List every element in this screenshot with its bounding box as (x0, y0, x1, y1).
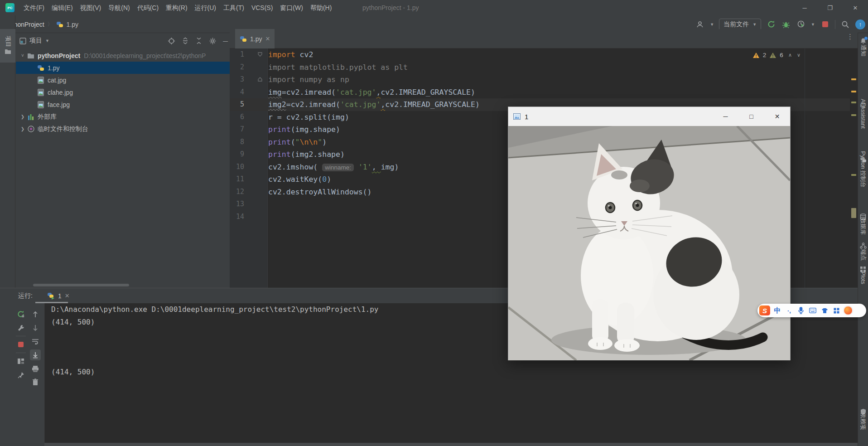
tree-chevron-icon[interactable]: ❯ (19, 114, 27, 119)
tree-row-face.jpg[interactable]: face.jpg (16, 98, 230, 111)
menu-item-4[interactable]: 代码(C) (134, 0, 162, 15)
tree-row-外部库[interactable]: ❯外部库 (16, 111, 230, 123)
down-stack-trace-icon[interactable] (30, 322, 41, 333)
scrollbar-thumb[interactable] (851, 208, 856, 218)
menu-item-2[interactable]: 视图(V) (77, 0, 105, 15)
user-account-icon[interactable] (695, 19, 705, 29)
minimize-button[interactable]: ─ (792, 0, 817, 15)
stop-button[interactable] (15, 339, 26, 350)
menu-item-10[interactable]: 帮助(H) (307, 0, 335, 15)
editor-tab-1py[interactable]: 1.py ✕ (235, 29, 275, 48)
code-line-3[interactable]: 3import numpy as np (230, 73, 850, 86)
pin-tab-icon[interactable] (15, 369, 26, 380)
edit-config-wrench-icon[interactable] (15, 322, 26, 333)
sogou-mode-chinese[interactable]: 中 (773, 305, 782, 315)
project-header-title[interactable]: 项目 (29, 37, 42, 45)
tab-close-icon[interactable]: ✕ (265, 35, 270, 42)
print-icon[interactable] (30, 363, 41, 374)
stripe-mark-warning[interactable] (851, 78, 856, 80)
menu-item-1[interactable]: 编辑(E) (48, 0, 77, 15)
sogou-mic-icon[interactable] (796, 305, 805, 315)
project-header-dropdown-icon[interactable]: ▼ (45, 39, 49, 43)
stop-button[interactable] (820, 19, 830, 29)
opencv-minimize-button[interactable]: ─ (713, 107, 738, 126)
stripe-endpoints-label: 端点 (859, 249, 867, 261)
expand-all-button[interactable] (182, 37, 189, 44)
opencv-close-button[interactable]: ✕ (764, 107, 790, 126)
prev-problem-icon[interactable]: ∧ (788, 52, 792, 58)
restore-layout-icon[interactable] (15, 356, 26, 367)
line-number: 13 (230, 198, 244, 211)
menu-item-3[interactable]: 导航(N) (105, 0, 133, 15)
stripe-mark-warning[interactable] (851, 91, 856, 92)
opencv-maximize-button[interactable]: □ (738, 107, 764, 126)
sogou-wardrobe-icon[interactable] (820, 305, 829, 315)
sogou-toolbox-grid-icon[interactable] (832, 305, 841, 315)
run-tab-1[interactable]: 1 ✕ (45, 288, 72, 303)
stripe-mark-weak[interactable] (851, 102, 856, 103)
search-everywhere-icon[interactable] (840, 19, 850, 29)
user-dropdown-icon[interactable]: ▼ (710, 22, 714, 27)
hide-panel-button[interactable]: ─ (223, 37, 228, 45)
sogou-skin-icon[interactable] (844, 306, 853, 315)
profiler-button[interactable] (796, 19, 806, 29)
menu-item-7[interactable]: 工具(T) (220, 0, 248, 15)
tree-row-临时文件和控制台[interactable]: ❯临时文件和控制台 (16, 123, 230, 135)
tab-options-icon[interactable]: ⋮ (847, 33, 854, 41)
python-file-icon (56, 21, 63, 28)
fold-marker-icon[interactable] (258, 77, 262, 82)
stripe-tab-endpoints[interactable]: 端点 (858, 242, 868, 259)
stripe-mark-weak[interactable] (851, 114, 856, 116)
stripe-tab-ai-assistant[interactable]: @ AI Assistant (858, 101, 868, 117)
tree-row-clahe.jpg[interactable]: clahe.jpg (16, 86, 230, 98)
project-horizontal-scrollbar[interactable] (33, 284, 129, 286)
profiler-dropdown-icon[interactable]: ▼ (811, 22, 815, 27)
fold-marker-icon[interactable] (258, 52, 262, 57)
stripe-tab-database[interactable]: 数据库 (858, 213, 868, 230)
opencv-image-window[interactable]: 1 ─ □ ✕ (508, 107, 791, 360)
tree-chevron-icon[interactable]: ❯ (19, 126, 27, 131)
locate-file-button[interactable] (168, 37, 175, 45)
rerun-button[interactable] (15, 309, 26, 320)
opencv-window-titlebar[interactable]: 1 ─ □ ✕ (508, 107, 790, 126)
sogou-logo-icon[interactable]: S (759, 305, 770, 315)
rerun-button[interactable] (766, 19, 776, 29)
clear-console-trash-icon[interactable] (30, 377, 41, 388)
collapse-all-button[interactable] (195, 37, 203, 44)
menu-item-5[interactable]: 重构(R) (162, 0, 191, 15)
tree-row-cat.jpg[interactable]: cat.jpg (16, 74, 230, 86)
code-line-4[interactable]: 4img=cv2.imread('cat.jpg',cv2.IMREAD_GRA… (230, 86, 850, 99)
stripe-tab-plots[interactable]: Plots (858, 266, 868, 281)
stripe-tab-project[interactable]: 项目 (0, 29, 15, 63)
sogou-input-toolbar[interactable]: S 中 ·, (757, 304, 866, 317)
stripe-tab-notifications[interactable]: 通知 (858, 38, 868, 54)
inspections-widget[interactable]: 2 6 ∧ ∨ (752, 52, 800, 58)
tree-chevron-icon[interactable]: ˅ (19, 53, 27, 58)
run-tab-close-icon[interactable]: ✕ (65, 292, 70, 299)
up-stack-trace-icon[interactable] (30, 309, 41, 320)
menu-item-6[interactable]: 运行(U) (191, 0, 220, 15)
next-problem-icon[interactable]: ∨ (797, 52, 800, 58)
sogou-keyboard-icon[interactable] (808, 305, 817, 315)
stripe-tab-dependencies[interactable]: 依赖项 (858, 408, 868, 425)
ide-update-icon[interactable]: ↑ (855, 19, 865, 29)
scroll-to-end-icon[interactable] (30, 349, 41, 360)
sogou-punctuation-icon[interactable]: ·, (785, 305, 794, 315)
menu-item-0[interactable]: 文件(F) (20, 0, 48, 15)
stripe-mark-weak[interactable] (851, 174, 856, 176)
tree-row-pythonProject[interactable]: ˅pythonProjectD:\0001deeplearning_projec… (16, 49, 230, 62)
breadcrumb-file[interactable]: 1.py (67, 21, 78, 28)
console-horizontal-scrollbar[interactable] (44, 443, 858, 446)
settings-gear-icon[interactable] (209, 37, 217, 45)
close-button[interactable]: ✕ (843, 0, 868, 15)
menu-item-9[interactable]: 窗口(W) (276, 0, 307, 15)
stripe-tab-python-console[interactable]: Python 控制台 (858, 156, 868, 173)
maximize-button[interactable]: ❐ (817, 0, 843, 15)
soft-wrap-icon[interactable] (30, 336, 41, 347)
debug-button[interactable] (781, 19, 791, 29)
code-line-2[interactable]: 2import matplotlib.pyplot as plt (230, 61, 850, 74)
tree-row-1.py[interactable]: 1.py (16, 62, 230, 74)
run-config-selector[interactable]: 当前文件 ▼ (719, 19, 761, 30)
title-bar: PC 文件(F)编辑(E)视图(V)导航(N)代码(C)重构(R)运行(U)工具… (0, 0, 868, 15)
menu-item-8[interactable]: VCS(S) (248, 0, 276, 15)
